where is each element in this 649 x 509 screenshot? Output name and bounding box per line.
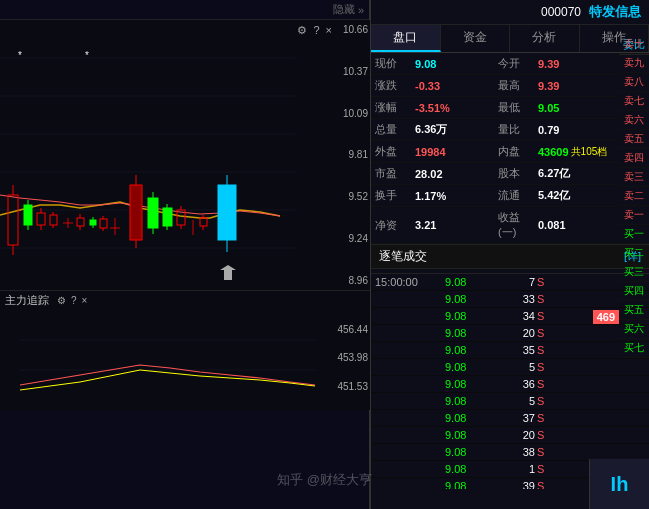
sell-1: 卖一 — [619, 206, 649, 225]
tx-vol-5: 5 — [500, 361, 535, 373]
tab-pankou[interactable]: 盘口 — [371, 25, 441, 52]
stock-code: 000070 — [541, 5, 581, 19]
info-row-xianjia: 现价 9.08 — [371, 53, 494, 75]
tx-price-3: 9.08 — [445, 327, 500, 339]
tx-type-9: S — [537, 429, 555, 441]
tx-price-4: 9.08 — [445, 344, 500, 356]
transaction-list[interactable]: 15:00:00 9.08 7 S 9.08 33 S 9.08 34 S 9.… — [371, 269, 649, 489]
info-row-neipan: 内盘 43609 共105档 — [494, 141, 617, 163]
tx-type-11: S — [537, 463, 555, 475]
shiying-value: 28.02 — [415, 168, 443, 180]
tx-vol-4: 35 — [500, 344, 535, 356]
tx-vol-0: 7 — [500, 276, 535, 288]
zongliang-value: 6.36万 — [415, 122, 447, 137]
hide-label: 隐藏 — [333, 2, 355, 17]
left-panel: 隐藏 » * * ⚙ ? × 10.66 10.37 10.09 9.81 9.… — [0, 0, 370, 509]
svg-rect-44 — [200, 218, 207, 226]
chart-close-icon[interactable]: × — [326, 24, 332, 37]
sell-2: 卖二 — [619, 187, 649, 206]
zuidi-value: 9.05 — [538, 102, 559, 114]
buy-6: 买六 — [619, 320, 649, 339]
tx-row-5: 9.08 5 S — [371, 359, 649, 376]
sell-9: 卖九 — [619, 54, 649, 73]
tx-row-1: 9.08 33 S — [371, 291, 649, 308]
tx-type-6: S — [537, 378, 555, 390]
tx-vol-6: 36 — [500, 378, 535, 390]
tx-row-7: 9.08 5 S — [371, 393, 649, 410]
tx-type-4: S — [537, 344, 555, 356]
indicator-panel: 主力追踪 ⚙ ? × 456.44 453.98 451.53 — [0, 290, 370, 410]
indicator-gear-icon[interactable]: ⚙ — [57, 295, 66, 306]
badge-469: 469 — [593, 310, 619, 324]
jingzi-value: 3.21 — [415, 219, 436, 231]
indicator-title: 主力追踪 — [5, 293, 49, 308]
tx-type-1: S — [537, 293, 555, 305]
svg-rect-47 — [218, 185, 236, 240]
tx-vol-10: 38 — [500, 446, 535, 458]
indicator-question-icon[interactable]: ? — [71, 295, 77, 306]
tx-row-4: 9.08 35 S — [371, 342, 649, 359]
indicator-y-axis: 456.44 453.98 451.53 — [332, 313, 370, 403]
info-row-guben: 股本 6.27亿 — [494, 163, 617, 185]
tx-type-2: S — [537, 310, 555, 322]
liangbi-value: 0.79 — [538, 124, 559, 136]
zhangfu-label: 涨幅 — [375, 100, 415, 115]
tab-zijin[interactable]: 资金 — [441, 25, 511, 52]
buy-5: 买五 — [619, 301, 649, 320]
sell-3: 卖三 — [619, 168, 649, 187]
zuidi-label: 最低 — [498, 100, 538, 115]
tab-fenxi[interactable]: 分析 — [510, 25, 580, 52]
sell-6: 卖六 — [619, 111, 649, 130]
huanshou-value: 1.17% — [415, 190, 446, 202]
svg-rect-31 — [130, 185, 142, 240]
y-label-5: 9.24 — [334, 233, 368, 244]
zhangfu-value: -3.51% — [415, 102, 450, 114]
xianjia-label: 现价 — [375, 56, 415, 71]
chart-area: * * ⚙ ? × 10.66 10.37 10.09 9.81 9.52 9.… — [0, 20, 370, 290]
waipan-value: 19984 — [415, 146, 446, 158]
info-row-zhangfu: 涨幅 -3.51% — [371, 97, 494, 119]
zuigao-value: 9.39 — [538, 80, 559, 92]
stock-name: 特发信息 — [589, 3, 641, 21]
info-row-zongliang: 总量 6.36万 — [371, 119, 494, 141]
info-row-zhangdie: 涨跌 -0.33 — [371, 75, 494, 97]
info-row-liangbi: 量比 0.79 — [494, 119, 617, 141]
tx-type-3: S — [537, 327, 555, 339]
sell-10: 卖十 — [619, 35, 649, 54]
liutong-value: 5.42亿 — [538, 188, 570, 203]
svg-rect-12 — [37, 213, 45, 225]
xianjia-value: 9.08 — [415, 58, 436, 70]
right-panel: 000070 特发信息 盘口 资金 分析 操作 委比 卖十 卖九 卖八 卖七 卖… — [370, 0, 649, 509]
buy-2: 买二 — [619, 244, 649, 263]
transaction-header: 逐笔成交 [详] — [371, 245, 649, 269]
info-row-zuidi: 最低 9.05 — [494, 97, 617, 119]
info-row-jingzi: 净资 3.21 — [371, 207, 494, 244]
tx-vol-12: 39 — [500, 480, 535, 489]
svg-rect-15 — [50, 215, 57, 225]
indicator-chart — [0, 310, 370, 400]
svg-rect-20 — [77, 218, 84, 226]
svg-rect-26 — [100, 219, 107, 228]
tx-vol-7: 5 — [500, 395, 535, 407]
y-label-3: 9.81 — [334, 149, 368, 160]
shiying-label: 市盈 — [375, 166, 415, 181]
zhangdie-label: 涨跌 — [375, 78, 415, 93]
tx-price-5: 9.08 — [445, 361, 500, 373]
bottom-right-panel: Ih — [589, 459, 649, 509]
order-count: 共105档 — [571, 145, 608, 159]
indicator-close-icon[interactable]: × — [82, 295, 88, 306]
tx-price-8: 9.08 — [445, 412, 500, 424]
chart-gear-icon[interactable]: ⚙ — [297, 24, 307, 37]
chart-question-icon[interactable]: ? — [313, 24, 319, 37]
tx-price-2: 9.08 — [445, 310, 500, 322]
y-label-0: 10.66 — [334, 24, 368, 35]
ind-y-1: 453.98 — [334, 352, 368, 363]
waipan-label: 外盘 — [375, 144, 415, 159]
zhangdie-value: -0.33 — [415, 80, 440, 92]
neipan-value: 43609 — [538, 146, 569, 158]
hide-link[interactable]: 隐藏 » — [333, 2, 364, 17]
tx-row-8: 9.08 37 S — [371, 410, 649, 427]
neipan-label: 内盘 — [498, 144, 538, 159]
y-label-6: 8.96 — [334, 275, 368, 286]
tx-vol-1: 33 — [500, 293, 535, 305]
